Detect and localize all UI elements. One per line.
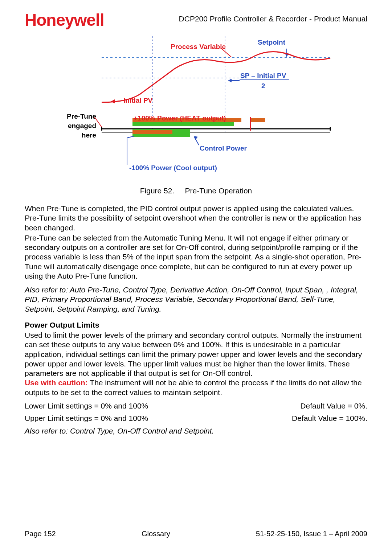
caption-number: Figure 52. [140, 186, 175, 195]
also-refer-2: Also refer to: Control Type, On-Off Cont… [25, 426, 367, 436]
heading-power-output-limits: Power Output Limits [25, 320, 367, 330]
paragraph-pol: Used to limit the power levels of the pr… [25, 331, 367, 397]
label-cool-power: -100% Power (Cool output) [129, 164, 217, 172]
paragraph-2: Pre-Tune can be selected from the Automa… [25, 233, 367, 281]
page-footer: Page 152 Glossary 51-52-25-150, Issue 1 … [25, 526, 367, 538]
document-title: DCP200 Profile Controller & Recorder - P… [179, 15, 367, 23]
lower-limit-default: Default Value = 0%. [300, 402, 367, 410]
caution-label: Use with caution: [25, 378, 88, 387]
footer-docnum: 51-52-25-150, Issue 1 – April 2009 [256, 530, 367, 538]
label-sp-initial-pv-2: 2 [261, 82, 265, 90]
upper-limit-setting: Upper Limit settings = 0% and 100% [25, 414, 148, 423]
label-sp-initial-pv-1: SP – Initial PV [240, 72, 286, 80]
svg-marker-14 [228, 79, 232, 82]
svg-rect-20 [132, 130, 172, 134]
label-setpoint: Setpoint [258, 38, 285, 46]
paragraph-3-also-refer: Also refer to: Auto Pre-Tune, Control Ty… [25, 285, 367, 314]
brand-logo: Honeywell [25, 10, 104, 30]
page-header: Honeywell DCP200 Profile Controller & Re… [25, 10, 367, 30]
label-process-variable: Process Variable [171, 43, 226, 51]
label-pretune-2: engaged [64, 122, 96, 130]
lower-limit-setting: Lower Limit settings = 0% and 100% [25, 402, 148, 410]
figure-caption: Figure 52. Pre-Tune Operation [25, 186, 367, 195]
page-container: Honeywell DCP200 Profile Controller & Re… [0, 0, 392, 554]
upper-limit-row: Upper Limit settings = 0% and 100% Defau… [25, 414, 367, 423]
label-pretune-3: here [64, 131, 96, 139]
footer-section: Glossary [142, 530, 170, 538]
label-initial-pv: Initial PV [123, 97, 152, 104]
figure-pretune-operation: Setpoint Process Variable SP – Initial P… [51, 36, 341, 181]
figure-svg [51, 36, 341, 181]
svg-marker-11 [111, 99, 115, 103]
pol-main-text: Used to limit the power levels of the pr… [25, 331, 362, 377]
lower-limit-row: Lower Limit settings = 0% and 100% Defau… [25, 402, 367, 410]
svg-line-23 [127, 136, 134, 138]
label-heat-power: +100% Power (HEAT output) [134, 114, 226, 122]
caption-title: Pre-Tune Operation [185, 186, 252, 195]
svg-rect-19 [250, 118, 265, 122]
label-pretune-1: Pre-Tune [64, 112, 96, 120]
label-control-power: Control Power [200, 144, 247, 152]
footer-page: Page 152 [25, 530, 56, 538]
upper-limit-default: Default Value = 100%. [292, 414, 367, 423]
paragraph-1: When Pre-Tune is completed, the PID cont… [25, 204, 367, 233]
